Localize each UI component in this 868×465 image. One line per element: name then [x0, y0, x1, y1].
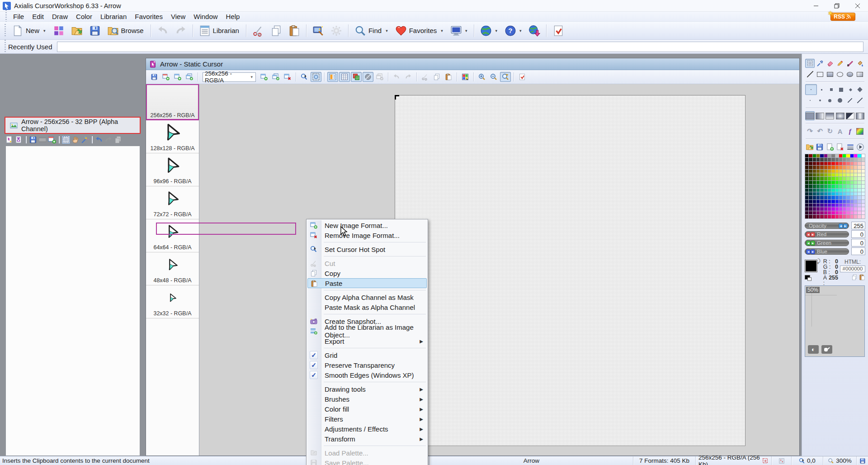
palette-color-cell[interactable]: [827, 177, 831, 180]
palette-color-cell[interactable]: [824, 199, 827, 203]
brush-slash-thick[interactable]: [855, 96, 865, 105]
palette-color-cell[interactable]: [858, 161, 861, 165]
palette-color-cell[interactable]: [805, 196, 809, 199]
palette-color-cell[interactable]: [816, 154, 820, 158]
duplicate-format-button[interactable]: [184, 72, 195, 82]
palette-color-cell[interactable]: [809, 161, 812, 165]
palette-color-cell[interactable]: [854, 215, 858, 218]
add-format-icon[interactable]: [48, 136, 56, 144]
palette-color-cell[interactable]: [835, 169, 839, 173]
menu-item-color-fill[interactable]: Color fill▶: [307, 404, 427, 414]
palette-color-cell[interactable]: [861, 154, 865, 158]
palette-color-cell[interactable]: [816, 185, 820, 188]
find-dropdown-caret[interactable]: ▾: [385, 28, 389, 33]
palette-color-cell[interactable]: [805, 154, 809, 158]
palette-color-cell[interactable]: [805, 207, 809, 211]
menu-item-set-cursor-hot-spot[interactable]: Set Cursor Hot Spot: [307, 244, 427, 254]
menu-draw[interactable]: Draw: [48, 12, 72, 21]
palette-color-cell[interactable]: [812, 196, 816, 199]
fill-gradient-v[interactable]: [825, 111, 835, 120]
remove-format-button[interactable]: [282, 72, 293, 82]
palette-color-cell[interactable]: [805, 166, 809, 169]
palette-color-cell[interactable]: [805, 188, 809, 192]
palette-color-cell[interactable]: [809, 166, 812, 169]
palette-color-cell[interactable]: [835, 192, 839, 195]
palette-color-cell[interactable]: [805, 180, 809, 184]
palette-color-cell[interactable]: [854, 207, 858, 211]
palette-color-cell[interactable]: [850, 207, 854, 211]
palette-color-cell[interactable]: [820, 199, 824, 203]
brush-size-1[interactable]: [805, 84, 817, 95]
palette-color-cell[interactable]: [843, 185, 846, 188]
palette-color-cell[interactable]: [850, 199, 854, 203]
palette-color-cell[interactable]: [824, 180, 827, 184]
palette-color-cell[interactable]: [861, 211, 865, 214]
new-from-librarian-button[interactable]: [50, 23, 67, 38]
palette-color-cell[interactable]: [816, 169, 820, 173]
close-button[interactable]: [847, 0, 868, 11]
menu-item-copy[interactable]: Copy: [307, 268, 427, 278]
menu-item-remove-image-format[interactable]: Remove Image Format...: [307, 230, 427, 240]
palette-color-cell[interactable]: [831, 180, 835, 184]
palette-color-cell[interactable]: [831, 177, 835, 180]
status-zoom[interactable]: 300%: [823, 456, 856, 465]
palette-color-cell[interactable]: [858, 211, 861, 214]
brush-round-small[interactable]: [815, 96, 825, 105]
rotate-right-tool[interactable]: ↷: [805, 127, 815, 136]
palette-color-cell[interactable]: [839, 177, 842, 180]
menu-file[interactable]: File: [9, 12, 28, 21]
palette-color-cell[interactable]: [831, 211, 835, 214]
palette-color-cell[interactable]: [820, 169, 824, 173]
palette-color-cell[interactable]: [861, 169, 865, 173]
hand-tool-icon[interactable]: [71, 136, 80, 144]
format-item-64x64[interactable]: 64x64 - RGB/A: [146, 219, 199, 252]
palette-color-cell[interactable]: [820, 173, 824, 176]
new-cursor-icon[interactable]: [5, 136, 14, 144]
palette-color-cell[interactable]: [805, 169, 809, 173]
palette-color-cell[interactable]: [835, 173, 839, 176]
brush-round-large[interactable]: [835, 96, 845, 105]
palette-color-cell[interactable]: [850, 173, 854, 176]
palette-color-cell[interactable]: [846, 154, 850, 158]
palette-color-cell[interactable]: [820, 188, 824, 192]
paste-button[interactable]: [286, 23, 303, 38]
eyedropper-tool[interactable]: [815, 59, 825, 68]
menu-item-paste-mask-as-alpha-channel[interactable]: Paste Mask as Alpha Channel: [307, 302, 427, 312]
palette-color-cell[interactable]: [820, 177, 824, 180]
palette-color-cell[interactable]: [816, 158, 820, 161]
brush-round-medium[interactable]: [825, 96, 835, 105]
rounded-rectangle-tool[interactable]: [855, 70, 865, 79]
palette-color-cell[interactable]: [835, 161, 839, 165]
palette-color-cell[interactable]: [835, 215, 839, 218]
palette-color-cell[interactable]: [843, 166, 846, 169]
swap-colors-icon[interactable]: ⤸: [817, 258, 821, 264]
palette-color-cell[interactable]: [843, 211, 846, 214]
palette-color-cell[interactable]: [861, 204, 865, 207]
fill-column[interactable]: [855, 111, 865, 120]
palette-color-cell[interactable]: [839, 204, 842, 207]
palette-color-cell[interactable]: [824, 173, 827, 176]
color-mode-tool[interactable]: [855, 127, 865, 136]
palette-color-cell[interactable]: [835, 204, 839, 207]
palette-color-cell[interactable]: [835, 211, 839, 214]
palette-color-cell[interactable]: [843, 196, 846, 199]
save-palette-icon[interactable]: [816, 143, 824, 151]
new-button[interactable]: New ▾: [9, 23, 49, 38]
zoom-out-button[interactable]: [488, 72, 499, 82]
palette-color-cell[interactable]: [809, 185, 812, 188]
palette-color-cell[interactable]: [843, 161, 846, 165]
palette-color-cell[interactable]: [858, 199, 861, 203]
brush-dot-tiny[interactable]: [805, 96, 815, 105]
palette-color-cell[interactable]: [858, 169, 861, 173]
palette-color-cell[interactable]: [824, 154, 827, 158]
palette-color-cell[interactable]: [824, 169, 827, 173]
librarian-button[interactable]: Librarian: [196, 23, 243, 38]
palette-color-cell[interactable]: [824, 161, 827, 165]
palette-color-cell[interactable]: [824, 204, 827, 207]
palette-color-cell[interactable]: [831, 161, 835, 165]
palette-color-cell[interactable]: [843, 199, 846, 203]
palette-color-cell[interactable]: [812, 199, 816, 203]
palette-color-cell[interactable]: [850, 180, 854, 184]
palette-color-cell[interactable]: [843, 215, 846, 218]
palette-color-cell[interactable]: [827, 154, 831, 158]
